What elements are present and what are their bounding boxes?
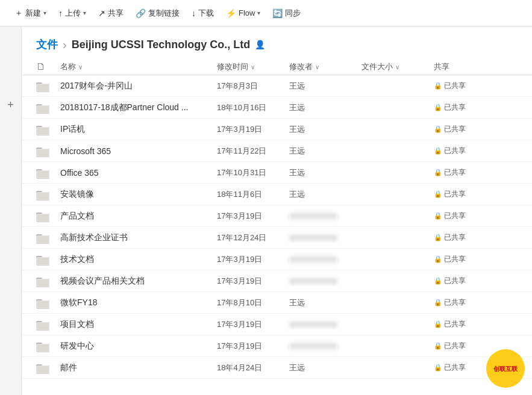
copy-link-label: 复制链接 [148, 8, 180, 19]
plus-icon: ＋ [14, 8, 23, 19]
file-modifier: 王远 [289, 124, 361, 135]
file-name: Office 365 [60, 168, 217, 178]
file-shared: 🔒 已共享 [434, 146, 494, 156]
file-modifier [289, 278, 361, 284]
sync-button[interactable]: 🔄 同步 [268, 5, 305, 21]
folder-icon [36, 340, 60, 352]
svg-rect-47 [37, 323, 49, 329]
share-button[interactable]: ↗ 共享 [93, 5, 128, 21]
header-modified-time[interactable]: 修改时间 ∨ [217, 61, 289, 72]
new-button[interactable]: ＋ 新建 ▾ [10, 5, 51, 21]
watermark: 创联互联 [486, 349, 525, 388]
file-row[interactable]: 产品文档 17年3月19日 🔒 已共享 [22, 205, 532, 227]
upload-icon: ↑ [58, 8, 63, 18]
breadcrumb-person-icon[interactable]: 👤 [255, 40, 265, 49]
folder-icon [36, 123, 60, 135]
file-shared: 🔒 已共享 [434, 319, 494, 329]
file-row[interactable]: IP话机 17年3月19日 王远 🔒 已共享 [22, 119, 532, 140]
file-shared: 🔒 已共享 [434, 362, 494, 373]
shared-lock-icon: 🔒 [434, 147, 442, 155]
download-label: 下载 [198, 8, 214, 19]
file-modifier [289, 213, 361, 219]
upload-button[interactable]: ↑ 上传 ▾ [54, 5, 91, 21]
file-shared: 🔒 已共享 [434, 189, 494, 199]
folder-icon [36, 297, 60, 309]
svg-rect-35 [37, 258, 49, 264]
file-row[interactable]: Microsoft 365 17年11月22日 王远 🔒 已共享 [22, 140, 532, 162]
flow-chevron: ▾ [257, 10, 260, 16]
watermark-text: 创联互联 [493, 365, 518, 373]
file-row[interactable]: 邮件 18年4月24日 王远 🔒 已共享 [22, 357, 532, 379]
toolbar: ＋ 新建 ▾ ↑ 上传 ▾ ↗ 共享 🔗 复制链接 ↓ 下载 ⚡ Flow ▾ … [0, 0, 532, 26]
download-button[interactable]: ↓ 下载 [187, 5, 219, 21]
shared-label: 已共享 [444, 276, 466, 286]
folder-icon [36, 319, 60, 331]
header-file-size[interactable]: 文件大小 ∨ [361, 61, 434, 72]
svg-rect-7 [37, 106, 49, 113]
file-name: 20181017-18成都Partner Cloud ... [60, 102, 217, 113]
file-shared: 🔒 已共享 [434, 276, 494, 286]
file-date: 17年8月3日 [217, 81, 289, 92]
file-row[interactable]: 微软FY18 17年8月10日 王远 🔒 已共享 [22, 292, 532, 314]
shared-lock-icon: 🔒 [434, 364, 442, 372]
file-date: 18年10月16日 [217, 102, 289, 113]
shared-label: 已共享 [444, 232, 466, 243]
folder-icon [36, 188, 60, 201]
file-row[interactable]: 视频会议产品相关文档 17年3月19日 🔒 已共享 [22, 270, 532, 292]
folder-icon [36, 167, 60, 179]
file-name: Microsoft 365 [60, 146, 217, 156]
file-row[interactable]: 研发中心 17年3月19日 🔒 已共享 [22, 335, 532, 357]
copy-link-button[interactable]: 🔗 复制链接 [131, 5, 184, 21]
file-name: 产品文档 [60, 211, 217, 222]
flow-icon: ⚡ [226, 8, 236, 18]
shared-lock-icon: 🔒 [434, 234, 442, 241]
breadcrumb-separator: › [63, 38, 67, 52]
shared-lock-icon: 🔒 [434, 320, 442, 328]
svg-rect-3 [37, 84, 49, 91]
shared-lock-icon: 🔒 [434, 255, 442, 263]
file-modifier: 王远 [289, 167, 361, 178]
file-modifier [289, 235, 361, 241]
file-shared: 🔒 已共享 [434, 254, 494, 264]
sidebar-plus-icon[interactable]: + [7, 99, 14, 111]
svg-rect-31 [37, 236, 49, 243]
file-date: 17年3月19日 [217, 124, 289, 135]
svg-rect-55 [37, 366, 49, 373]
shared-label: 已共享 [444, 341, 466, 351]
header-modified-by[interactable]: 修改者 ∨ [289, 61, 361, 72]
file-name: IP话机 [60, 124, 217, 135]
svg-rect-19 [37, 171, 49, 178]
svg-rect-43 [37, 301, 49, 308]
file-row[interactable]: 高新技术企业证书 17年12月24日 🔒 已共享 [22, 227, 532, 249]
file-date: 17年3月19日 [217, 341, 289, 352]
share-icon: ↗ [98, 8, 105, 18]
upload-chevron: ▾ [83, 10, 86, 16]
flow-button[interactable]: ⚡ Flow ▾ [221, 6, 265, 20]
file-modifier: 王远 [289, 297, 361, 308]
shared-label: 已共享 [444, 102, 466, 113]
breadcrumb-root[interactable]: 文件 [36, 37, 58, 52]
shared-label: 已共享 [444, 362, 466, 373]
file-row[interactable]: 安装镜像 18年11月6日 王远 🔒 已共享 [22, 184, 532, 205]
file-name: 研发中心 [60, 341, 217, 352]
folder-icon [36, 210, 60, 222]
file-shared: 🔒 已共享 [434, 124, 494, 134]
sync-icon: 🔄 [272, 8, 283, 18]
file-row[interactable]: 2017财年会-井冈山 17年8月3日 王远 🔒 已共享 [22, 75, 532, 97]
file-modifier: 王远 [289, 189, 361, 200]
shared-label: 已共享 [444, 81, 466, 91]
modified-by-sort-arrow: ∨ [315, 64, 319, 70]
shared-label: 已共享 [444, 211, 466, 221]
file-date: 17年3月19日 [217, 211, 289, 222]
file-name: 微软FY18 [60, 297, 217, 308]
header-icon-col: 🗋 [36, 61, 60, 72]
file-name: 技术文档 [60, 254, 217, 265]
file-row[interactable]: 项目文档 17年3月19日 🔒 已共享 [22, 314, 532, 335]
layout: + 文件 › Beijing UCSSI Technology Co., Ltd… [0, 26, 532, 395]
shared-label: 已共享 [444, 167, 466, 178]
file-row[interactable]: 20181017-18成都Partner Cloud ... 18年10月16日… [22, 97, 532, 119]
header-name[interactable]: 名称 ∨ [60, 61, 217, 72]
file-row[interactable]: Office 365 17年10月31日 王远 🔒 已共享 [22, 162, 532, 184]
file-row[interactable]: 技术文档 17年3月19日 🔒 已共享 [22, 249, 532, 270]
file-name: 邮件 [60, 362, 217, 373]
